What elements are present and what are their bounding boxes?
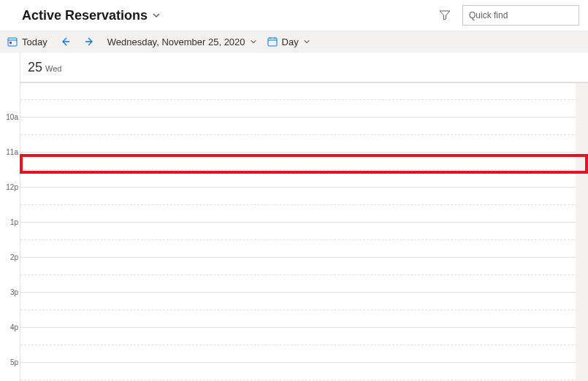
- view-title-dropdown[interactable]: Active Reservations: [22, 8, 161, 23]
- svg-rect-3: [268, 38, 277, 46]
- half-hour-line: [20, 99, 588, 100]
- time-slot[interactable]: [20, 152, 588, 187]
- chevron-down-icon: [250, 38, 257, 45]
- scrollbar-track[interactable]: [576, 83, 588, 381]
- today-button[interactable]: Today: [7, 36, 47, 47]
- calendar-body: 10a11a12p1p2p3p4p5p 25 Wed: [0, 53, 588, 381]
- time-label: 2p: [10, 253, 18, 261]
- next-button[interactable]: [83, 34, 97, 49]
- search-input[interactable]: [469, 10, 579, 20]
- time-label: 11a: [6, 148, 18, 156]
- time-slot[interactable]: [20, 187, 588, 222]
- time-label: 5p: [10, 358, 18, 366]
- hour-line: [20, 82, 588, 82]
- time-label: 1p: [10, 218, 18, 226]
- calendar-icon: [267, 36, 278, 47]
- date-text: Wednesday, November 25, 2020: [107, 36, 245, 47]
- time-label: 10a: [6, 113, 18, 121]
- view-title: Active Reservations: [22, 8, 148, 23]
- search-box[interactable]: [462, 5, 579, 26]
- calendar-toolbar: Today Wednesday, November 25, 2020 Day: [0, 31, 588, 53]
- chevron-down-icon: [303, 38, 310, 45]
- arrow-right-icon: [85, 36, 95, 47]
- time-grid[interactable]: [20, 83, 588, 381]
- time-slot[interactable]: [20, 292, 588, 327]
- calendar-today-icon: [7, 36, 18, 47]
- header-right: [438, 5, 579, 26]
- prev-button[interactable]: [58, 34, 72, 49]
- date-picker[interactable]: Wednesday, November 25, 2020: [107, 36, 257, 47]
- funnel-icon: [439, 9, 451, 21]
- header-bar: Active Reservations: [0, 0, 588, 31]
- day-header: 25 Wed: [20, 53, 588, 83]
- filter-button[interactable]: [438, 8, 452, 23]
- today-label: Today: [22, 36, 47, 47]
- time-slot[interactable]: [20, 362, 588, 381]
- time-slot[interactable]: [20, 117, 588, 152]
- time-slot[interactable]: [20, 327, 588, 362]
- view-mode-picker[interactable]: Day: [267, 36, 310, 47]
- time-slot[interactable]: [20, 222, 588, 257]
- svg-rect-1: [8, 38, 17, 46]
- time-label: 12p: [6, 183, 18, 191]
- arrow-left-icon: [60, 36, 70, 47]
- time-label: 3p: [10, 288, 18, 296]
- day-number: 25: [28, 60, 42, 75]
- time-gutter: 10a11a12p1p2p3p4p5p: [0, 53, 20, 381]
- svg-rect-2: [9, 42, 12, 44]
- time-slot[interactable]: [20, 257, 588, 292]
- view-mode-label: Day: [282, 36, 299, 47]
- time-label: 4p: [10, 323, 18, 331]
- chevron-down-icon: [152, 11, 161, 20]
- day-name: Wed: [45, 64, 61, 73]
- day-column: 25 Wed: [20, 53, 588, 381]
